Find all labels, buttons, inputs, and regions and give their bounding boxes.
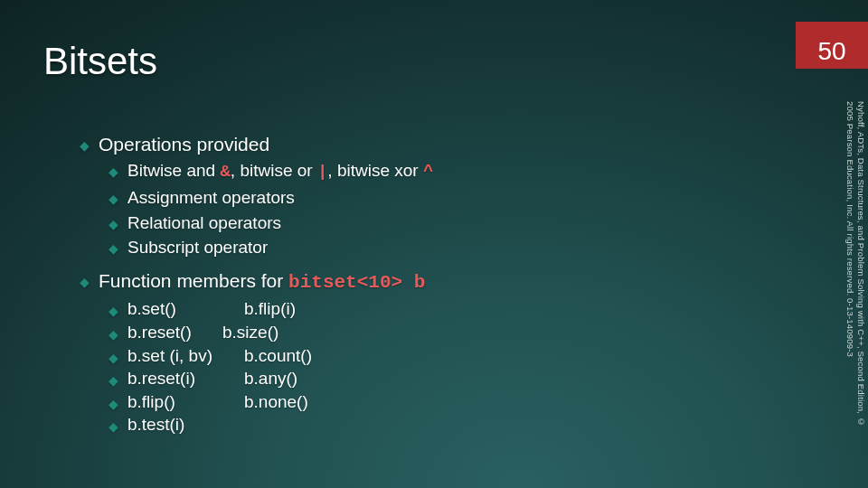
item-subscript: ◆ Subscript operator	[108, 236, 796, 259]
func-row: ◆b.reset() b.size()	[108, 321, 796, 344]
diamond-bullet-icon: ◆	[108, 191, 118, 208]
slide-content: ◆ Operations provided ◆ Bitwise and &, b…	[80, 127, 796, 436]
func-label: b.flip()	[127, 390, 175, 414]
item-subscript-text: Subscript operator	[127, 236, 268, 259]
diamond-bullet-icon: ◆	[108, 326, 118, 343]
item-bitwise-text: Bitwise and &, bitwise or |, bitwise xor…	[127, 159, 433, 184]
diamond-bullet-icon: ◆	[108, 240, 118, 258]
heading-function-members: ◆ Function members for bitset<10> b	[80, 268, 796, 296]
diamond-bullet-icon: ◆	[108, 164, 118, 181]
diamond-bullet-icon: ◆	[108, 372, 118, 389]
func-row: ◆b.test(i)	[108, 413, 796, 436]
item-assignment-text: Assignment operators	[127, 186, 295, 210]
func-label: b.reset(i)	[127, 367, 195, 390]
func-label: b.set()	[127, 297, 176, 321]
diamond-bullet-icon: ◆	[108, 350, 118, 367]
slide-title: Bitsets	[0, 40, 796, 87]
title-bar: Bitsets 50	[0, 40, 868, 87]
func-row: ◆b.set (i, bv) b.count()	[108, 344, 796, 368]
diamond-bullet-icon: ◆	[108, 303, 118, 320]
func-label: b.size()	[222, 321, 278, 344]
func-label: b.count()	[244, 344, 312, 368]
item-assignment: ◆ Assignment operators	[108, 186, 796, 210]
func-label: b.any()	[244, 367, 297, 390]
page-number-badge: 50	[796, 22, 868, 69]
item-bitwise: ◆ Bitwise and &, bitwise or |, bitwise x…	[108, 159, 796, 184]
func-row: ◆b.flip() b.none()	[108, 390, 796, 414]
func-label: b.test(i)	[127, 413, 184, 436]
diamond-bullet-icon: ◆	[80, 274, 90, 291]
heading-operations-text: Operations provided	[99, 132, 269, 157]
diamond-bullet-icon: ◆	[108, 396, 118, 413]
citation-sidebar: Nyhoff, ADTs, Data Structures, and Probl…	[844, 101, 866, 445]
func-label: b.none()	[244, 390, 308, 414]
func-label: b.set (i, bv)	[127, 344, 212, 368]
heading-operations: ◆ Operations provided	[80, 132, 796, 157]
heading-function-members-text: Function members for bitset<10> b	[99, 268, 425, 296]
diamond-bullet-icon: ◆	[108, 216, 118, 233]
func-row: ◆b.set() b.flip(i)	[108, 297, 796, 321]
diamond-bullet-icon: ◆	[108, 418, 118, 436]
func-label: b.flip(i)	[244, 297, 296, 321]
func-row: ◆b.reset(i) b.any()	[108, 367, 796, 390]
item-relational-text: Relational operators	[127, 211, 281, 235]
func-label: b.reset()	[127, 321, 192, 344]
diamond-bullet-icon: ◆	[80, 137, 90, 155]
item-relational: ◆ Relational operators	[108, 211, 796, 235]
